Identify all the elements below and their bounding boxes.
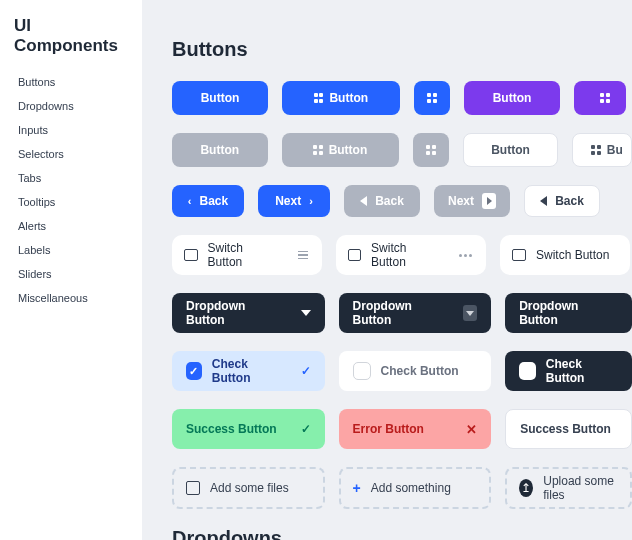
sidebar-item-alerts[interactable]: Alerts <box>14 214 132 238</box>
button-primary-icon[interactable]: Button <box>282 81 400 115</box>
sidebar-item-tabs[interactable]: Tabs <box>14 166 132 190</box>
button-label: Button <box>491 143 530 157</box>
folder-icon <box>184 249 198 261</box>
back-label: Back <box>199 194 228 208</box>
checkmark-icon: ✓ <box>301 364 311 378</box>
sidebar-item-selectors[interactable]: Selectors <box>14 142 132 166</box>
folder-icon <box>348 249 361 261</box>
button-disabled-icon[interactable]: Button <box>282 133 399 167</box>
main: Buttons Button Button Button Button Butt… <box>142 0 632 540</box>
status-button-row: Success Button ✓ Error Button ✕ Success … <box>172 409 632 449</box>
button-disabled-icon-only[interactable] <box>413 133 449 167</box>
more-icon <box>459 254 472 257</box>
success-button-label: Success Button <box>186 422 277 436</box>
switch-button-label: Switch Button <box>208 241 278 269</box>
add-button-row: Add some files + Add something ↥ Upload … <box>172 467 632 509</box>
switch-button-label: Switch Button <box>371 241 439 269</box>
dropdown-button-label: Dropdown Button <box>353 299 440 327</box>
button-outline-icon[interactable]: Bu <box>572 133 632 167</box>
success-button-outline[interactable]: Success Button <box>505 409 632 449</box>
check-button-label: Check Button <box>381 364 459 378</box>
back-button[interactable]: ‹ Back <box>172 185 244 217</box>
chevron-left-icon <box>540 196 547 206</box>
checkbox-icon <box>353 362 371 380</box>
sidebar-item-labels[interactable]: Labels <box>14 238 132 262</box>
sidebar-item-miscellaneous[interactable]: Miscellaneous <box>14 286 132 310</box>
button-outline[interactable]: Button <box>463 133 559 167</box>
chevron-down-icon <box>301 310 311 316</box>
next-button-disabled[interactable]: Next <box>434 185 510 217</box>
sidebar-item-tooltips[interactable]: Tooltips <box>14 190 132 214</box>
check-button-label: Check Button <box>212 357 281 385</box>
back-button-disabled[interactable]: Back <box>344 185 420 217</box>
switch-button[interactable]: Switch Button <box>500 235 630 275</box>
add-files-button[interactable]: Add some files <box>172 467 325 509</box>
check-button-dark[interactable]: Check Button <box>505 351 632 391</box>
grid-icon <box>313 145 323 155</box>
check-button-checked[interactable]: ✓ Check Button ✓ <box>172 351 325 391</box>
back-label: Back <box>375 194 404 208</box>
switch-button-dots[interactable]: Switch Button <box>336 235 486 275</box>
dropdown-button-label: Dropdown Button <box>186 299 277 327</box>
upload-icon: ↥ <box>519 479 533 497</box>
sidebar-item-inputs[interactable]: Inputs <box>14 118 132 142</box>
grid-icon <box>314 93 324 103</box>
button-primary-icon-only[interactable] <box>414 81 450 115</box>
dropdown-button-plain[interactable]: Dropdown Button <box>505 293 632 333</box>
button-row-muted: Button Button Button Bu <box>172 133 632 167</box>
button-label: Button <box>493 91 532 105</box>
next-label: Next <box>448 194 474 208</box>
success-button-label: Success Button <box>520 422 611 436</box>
button-label: Button <box>329 143 368 157</box>
checkbox-icon: ✓ <box>186 362 202 380</box>
button-secondary[interactable]: Button <box>464 81 560 115</box>
play-icon <box>482 193 496 209</box>
sidebar-item-buttons[interactable]: Buttons <box>14 70 132 94</box>
sidebar-item-sliders[interactable]: Sliders <box>14 262 132 286</box>
plus-icon: + <box>353 480 361 496</box>
button-label: Bu <box>607 143 623 157</box>
chevron-right-icon: › <box>309 195 313 207</box>
close-icon: ✕ <box>466 422 477 437</box>
switch-button-row: Switch Button Switch Button Switch Butto… <box>172 235 632 275</box>
section-title-buttons: Buttons <box>172 38 632 61</box>
check-button-unchecked[interactable]: Check Button <box>339 351 492 391</box>
grid-icon <box>426 145 436 155</box>
sidebar-title: UI Components <box>14 16 132 56</box>
button-primary[interactable]: Button <box>172 81 268 115</box>
check-button-label: Check Button <box>546 357 618 385</box>
button-label: Button <box>200 143 239 157</box>
check-button-row: ✓ Check Button ✓ Check Button Check Butt… <box>172 351 632 391</box>
button-disabled[interactable]: Button <box>172 133 268 167</box>
dropdown-button-alt[interactable]: Dropdown Button <box>339 293 492 333</box>
button-label: Button <box>329 91 368 105</box>
add-files-label: Add some files <box>210 481 289 495</box>
back-button-outline[interactable]: Back <box>524 185 600 217</box>
success-button[interactable]: Success Button ✓ <box>172 409 325 449</box>
error-button-label: Error Button <box>353 422 424 436</box>
dropdown-button[interactable]: Dropdown Button <box>172 293 325 333</box>
chevron-left-icon: ‹ <box>188 195 192 207</box>
grid-icon <box>427 93 437 103</box>
switch-button-label: Switch Button <box>536 248 609 262</box>
sidebar-item-dropdowns[interactable]: Dropdowns <box>14 94 132 118</box>
file-icon <box>186 481 200 495</box>
button-secondary-icon[interactable] <box>574 81 626 115</box>
next-button[interactable]: Next › <box>258 185 330 217</box>
button-row-primary: Button Button Button <box>172 81 632 115</box>
grid-icon <box>600 93 610 103</box>
add-something-label: Add something <box>371 481 451 495</box>
button-label: Button <box>201 91 240 105</box>
section-title-dropdowns: Dropdowns <box>172 527 632 540</box>
upload-files-label: Upload some files <box>543 474 618 502</box>
button-row-nav: ‹ Back Next › Back Next Back <box>172 185 632 217</box>
sidebar: UI Components Buttons Dropdowns Inputs S… <box>0 0 142 540</box>
menu-icon <box>298 251 308 260</box>
grid-icon <box>591 145 601 155</box>
upload-files-button[interactable]: ↥ Upload some files <box>505 467 632 509</box>
checkmark-icon: ✓ <box>301 422 311 436</box>
switch-button-menu[interactable]: Switch Button <box>172 235 322 275</box>
next-label: Next <box>275 194 301 208</box>
add-something-button[interactable]: + Add something <box>339 467 492 509</box>
error-button[interactable]: Error Button ✕ <box>339 409 492 449</box>
